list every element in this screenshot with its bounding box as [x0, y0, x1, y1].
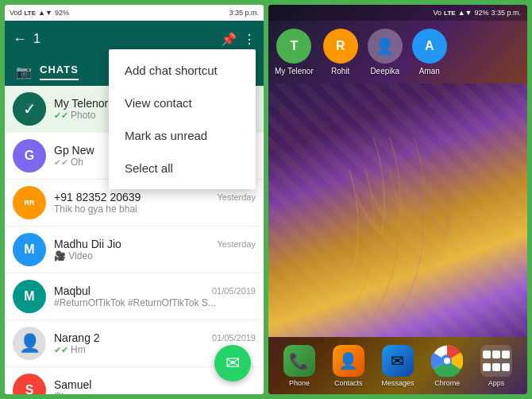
shortcut-item[interactable]: R Rohit	[323, 29, 358, 76]
chat-info: Maqbul 01/05/2019 #ReturnOfTikTok #Retur…	[54, 285, 256, 308]
chat-name: My Telenor	[54, 97, 108, 110]
dock-contacts-icon: 👤	[333, 345, 364, 377]
person-icon: 👤	[19, 333, 40, 354]
right-carrier: Vo	[434, 9, 442, 17]
dock-apps-icon	[480, 345, 512, 377]
pin-icon[interactable]: 📌	[221, 32, 237, 47]
preview-text: Thik ho gya he bhai	[54, 203, 137, 215]
dock-phone-icon: 📞	[283, 345, 315, 377]
left-phone: Vod LTE ▲▼ 92% 3:35 p.m. ← 1 📌 ⋮ 📷 CHATS	[5, 5, 264, 394]
chat-preview: 🎥 Video	[54, 250, 256, 261]
chat-name-row: Maqbul 01/05/2019	[54, 285, 256, 297]
chat-name-row: Narang 2 01/05/2019	[54, 331, 256, 344]
left-status-left: Vod LTE ▲▼ 92%	[10, 9, 69, 17]
preview-text: #ReturnOfTikTok #ReturnOfTikTok S...	[54, 297, 216, 308]
dock-apps-label: Apps	[488, 379, 505, 387]
right-signal-icon: ▲▼	[458, 9, 472, 17]
shortcut-avatar-text: T	[290, 39, 298, 53]
chat-item[interactable]: M Maqbul 01/05/2019 #ReturnOfTikTok #Ret…	[5, 273, 264, 320]
chat-name: Gp New	[54, 144, 94, 157]
double-check-icon: ✔✔	[54, 345, 68, 355]
bottom-dock: 📞 Phone 👤 Contacts ✉ Messages	[268, 337, 527, 394]
shortcut-avatar-text: R	[336, 39, 345, 53]
chat-time: Yesterday	[217, 192, 256, 202]
left-status-bar: Vod LTE ▲▼ 92% 3:35 p.m.	[5, 5, 264, 21]
preview-text: Photo	[71, 110, 95, 121]
chat-name-row: Madhu Dii Jio Yesterday	[54, 238, 256, 250]
preview-text: Hm	[71, 344, 86, 355]
lte-badge: LTE	[25, 10, 37, 17]
avatar: 👤	[13, 327, 46, 360]
left-status-right: 3:35 p.m.	[229, 9, 259, 17]
dock-item-contacts[interactable]: 👤 Contacts	[333, 345, 364, 387]
avatar: M	[13, 233, 46, 266]
right-battery: 92%	[474, 9, 488, 17]
chat-time: Yesterday	[217, 239, 256, 249]
chat-item[interactable]: M Madhu Dii Jio Yesterday 🎥 Video	[5, 227, 264, 273]
shortcut-item[interactable]: A Aman	[412, 29, 447, 76]
home-shortcuts: T My Telenor R Rohit 👤 Deepika	[268, 21, 527, 83]
preview-text: Okay...	[54, 391, 83, 394]
shortcut-item[interactable]: 👤 Deepika	[368, 29, 403, 76]
dock-messages-label: Messages	[381, 379, 414, 387]
shortcut-avatar: R	[323, 29, 358, 64]
dock-item-chrome[interactable]: Chrome	[431, 345, 463, 387]
chat-name: Madhu Dii Jio	[54, 238, 121, 250]
chat-preview: #ReturnOfTikTok #ReturnOfTikTok S...	[54, 297, 256, 308]
toolbar-icons: 📌 ⋮	[221, 32, 256, 47]
dock-contacts-label: Contacts	[334, 379, 363, 387]
chat-info: +91 82352 20639 Yesterday Thik ho gya he…	[54, 191, 256, 215]
dropdown-item-select-all[interactable]: Select all	[109, 152, 256, 184]
dock-item-apps[interactable]: Apps	[480, 345, 512, 387]
dropdown-item-add-shortcut[interactable]: Add chat shortcut	[109, 54, 256, 87]
shortcut-item[interactable]: T My Telenor	[275, 29, 314, 76]
shortcut-label: Rohit	[331, 67, 349, 76]
chat-preview: Okay...	[54, 391, 256, 394]
chat-preview: Thik ho gya he bhai	[54, 203, 256, 215]
chat-name: Narang 2	[54, 331, 100, 344]
double-check-icon: ✔✔	[54, 157, 68, 168]
dropdown-item-view-contact[interactable]: View contact	[109, 87, 256, 119]
shortcut-label: Deepika	[370, 67, 399, 76]
shortcut-avatar: 👤	[368, 29, 403, 64]
dock-item-phone[interactable]: 📞 Phone	[283, 345, 315, 387]
chat-name: Maqbul	[54, 285, 91, 297]
right-lte: LTE	[444, 10, 456, 17]
camera-tab-icon[interactable]: 📷	[16, 64, 32, 79]
dock-chrome-label: Chrome	[434, 379, 460, 387]
dock-chrome-icon	[431, 345, 463, 377]
dropdown-item-mark-unread[interactable]: Mark as unread	[109, 119, 256, 152]
svg-point-0	[325, 130, 454, 292]
shortcut-avatar-text: 👤	[375, 37, 395, 56]
right-time: 3:35 p.m.	[491, 9, 521, 17]
shortcut-avatar: T	[276, 29, 311, 64]
dropdown-menu: Add chat shortcut View contact Mark as u…	[109, 49, 256, 189]
avatar: G	[13, 139, 46, 172]
chat-info: Samuel Okay...	[54, 378, 256, 394]
phone-container: Vod LTE ▲▼ 92% 3:35 p.m. ← 1 📌 ⋮ 📷 CHATS	[0, 0, 532, 399]
right-status-bar: Vo LTE ▲▼ 92% 3:35 p.m.	[268, 5, 527, 21]
new-chat-fab[interactable]: ✉	[214, 345, 251, 382]
avatar: S	[13, 374, 46, 394]
dock-phone-label: Phone	[289, 379, 310, 387]
wallpaper	[268, 83, 527, 337]
back-button[interactable]: ←	[13, 31, 27, 48]
chat-time: 01/05/2019	[212, 286, 256, 296]
dock-messages-icon: ✉	[382, 345, 414, 377]
chat-name: Samuel	[54, 378, 91, 391]
preview-text: 🎥 Video	[54, 250, 93, 261]
battery-text: 92%	[55, 9, 69, 17]
preview-text: Oh	[71, 157, 83, 168]
selected-check-overlay: ✓	[13, 92, 46, 126]
shortcut-label: Aman	[419, 67, 440, 76]
more-icon[interactable]: ⋮	[243, 32, 256, 47]
dock-item-messages[interactable]: ✉ Messages	[381, 345, 414, 387]
shortcut-avatar-text: A	[425, 39, 434, 53]
avatar: RR	[13, 186, 46, 219]
avatar-text: RR	[25, 199, 35, 207]
chats-tab[interactable]: CHATS	[40, 64, 79, 80]
chat-name: +91 82352 20639	[54, 191, 141, 203]
chat-info: Madhu Dii Jio Yesterday 🎥 Video	[54, 238, 256, 261]
double-check-icon: ✔✔	[54, 110, 68, 121]
carrier-text: Vod	[10, 9, 22, 17]
